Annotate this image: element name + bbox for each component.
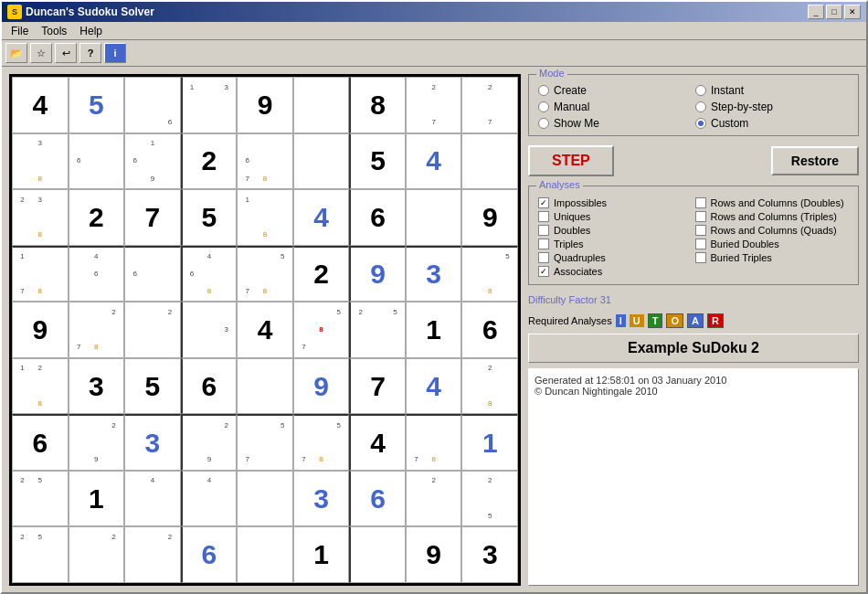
sudoku-cell[interactable]: 46 <box>69 246 125 302</box>
mode-instant[interactable]: Instant <box>695 84 849 97</box>
sudoku-cell[interactable]: 3 <box>124 414 181 471</box>
sudoku-cell[interactable]: 78 <box>406 414 462 471</box>
sudoku-cell[interactable]: 4 <box>406 358 462 415</box>
sudoku-cell[interactable]: 25 <box>349 302 406 358</box>
sudoku-cell[interactable] <box>237 526 293 583</box>
sudoku-cell[interactable]: 6 <box>69 133 125 190</box>
sudoku-cell[interactable]: 7 <box>124 189 181 246</box>
sudoku-cell[interactable]: 1 <box>406 302 462 358</box>
sudoku-cell[interactable]: 9 <box>406 526 462 583</box>
sudoku-grid[interactable]: 4561398272738616926785423827518469178466… <box>9 74 521 586</box>
analysis-rows-cols-quads[interactable]: Rows and Columns (Quads) <box>695 225 850 236</box>
radio-manual[interactable] <box>538 101 549 112</box>
toolbar-info-btn[interactable]: i <box>104 43 126 63</box>
checkbox-rows-cols-doubles[interactable] <box>695 197 706 208</box>
radio-custom[interactable] <box>695 118 706 129</box>
sudoku-cell[interactable]: 2 <box>69 189 125 246</box>
sudoku-cell[interactable]: 6 <box>124 246 181 302</box>
restore-button[interactable]: Restore <box>771 146 859 175</box>
sudoku-cell[interactable] <box>293 133 350 190</box>
sudoku-cell[interactable]: 128 <box>12 358 69 415</box>
toolbar-open-btn[interactable]: 📂 <box>5 43 27 63</box>
sudoku-cell[interactable]: 278 <box>69 302 125 358</box>
sudoku-cell[interactable]: 169 <box>124 133 181 190</box>
sudoku-cell[interactable]: 6 <box>349 189 406 246</box>
checkbox-buried-triples[interactable] <box>695 252 706 263</box>
sudoku-cell[interactable]: 6 <box>461 302 518 358</box>
mode-manual[interactable]: Manual <box>538 101 692 113</box>
checkbox-uniques[interactable] <box>538 211 549 222</box>
radio-create[interactable] <box>538 85 549 96</box>
menu-tools[interactable]: Tools <box>36 24 72 38</box>
sudoku-cell[interactable]: 4 <box>237 302 293 358</box>
sudoku-cell[interactable]: 25 <box>461 471 518 527</box>
menu-help[interactable]: Help <box>74 24 108 38</box>
sudoku-cell[interactable]: 2 <box>69 526 125 583</box>
radio-stepbystep[interactable] <box>695 101 706 112</box>
sudoku-cell[interactable]: 2 <box>124 526 181 583</box>
close-btn[interactable]: ✕ <box>844 5 861 19</box>
analysis-buried-triples[interactable]: Buried Triples <box>695 252 850 263</box>
sudoku-cell[interactable]: 25 <box>12 471 69 527</box>
sudoku-cell[interactable]: 3 <box>293 471 350 527</box>
step-button[interactable]: STEP <box>528 145 614 176</box>
sudoku-cell[interactable]: 3 <box>461 526 518 583</box>
analysis-rows-cols-triples[interactable]: Rows and Columns (Triples) <box>695 211 850 222</box>
sudoku-cell[interactable]: 9 <box>12 302 69 358</box>
minimize-btn[interactable]: _ <box>808 5 824 19</box>
sudoku-cell[interactable]: 578 <box>293 414 350 471</box>
checkbox-quadruples[interactable] <box>538 252 549 263</box>
sudoku-cell[interactable] <box>237 358 293 415</box>
sudoku-cell[interactable] <box>461 133 518 190</box>
analysis-buried-doubles[interactable]: Buried Doubles <box>695 239 850 249</box>
sudoku-cell[interactable] <box>349 526 406 583</box>
mode-stepbystep[interactable]: Step-by-step <box>695 101 849 113</box>
sudoku-cell[interactable]: 3 <box>181 302 238 358</box>
analysis-quadruples[interactable]: Quadruples <box>538 252 693 263</box>
mode-showme[interactable]: Show Me <box>538 117 692 130</box>
toolbar-help-btn[interactable]: ? <box>79 43 101 63</box>
checkbox-impossibles[interactable] <box>538 197 549 208</box>
menu-file[interactable]: File <box>5 24 34 38</box>
sudoku-cell[interactable]: 3 <box>69 358 125 415</box>
sudoku-cell[interactable]: 28 <box>461 358 518 415</box>
sudoku-cell[interactable]: 2 <box>124 302 181 358</box>
sudoku-cell[interactable]: 678 <box>237 133 293 190</box>
sudoku-cell[interactable]: 25 <box>12 526 69 583</box>
checkbox-buried-doubles[interactable] <box>695 239 706 249</box>
checkbox-doubles[interactable] <box>538 225 549 236</box>
sudoku-cell[interactable]: 1 <box>293 526 350 583</box>
sudoku-cell[interactable]: 9 <box>237 77 293 133</box>
analysis-impossibles[interactable]: Impossibles <box>538 197 693 208</box>
sudoku-cell[interactable]: 6 <box>181 526 238 583</box>
sudoku-cell[interactable]: 5 <box>124 358 181 415</box>
sudoku-cell[interactable] <box>406 189 462 246</box>
analysis-doubles[interactable]: Doubles <box>538 225 693 236</box>
sudoku-cell[interactable] <box>237 471 293 527</box>
sudoku-cell[interactable]: 4 <box>406 133 462 190</box>
sudoku-cell[interactable]: 5 <box>69 77 125 133</box>
sudoku-cell[interactable]: 9 <box>293 358 350 415</box>
sudoku-cell[interactable]: 38 <box>12 133 69 190</box>
sudoku-cell[interactable]: 587 <box>293 302 350 358</box>
sudoku-cell[interactable] <box>293 77 350 133</box>
radio-showme[interactable] <box>538 118 549 129</box>
checkbox-rows-cols-quads[interactable] <box>695 225 706 236</box>
sudoku-cell[interactable]: 6 <box>181 358 238 415</box>
sudoku-cell[interactable]: 1 <box>69 471 125 527</box>
radio-instant[interactable] <box>695 85 706 96</box>
sudoku-cell[interactable]: 4 <box>124 471 181 527</box>
sudoku-cell[interactable]: 7 <box>349 358 406 415</box>
toolbar-star-btn[interactable]: ☆ <box>30 43 52 63</box>
analysis-associates[interactable]: Associates <box>538 266 693 277</box>
sudoku-cell[interactable]: 5 <box>181 189 238 246</box>
sudoku-cell[interactable]: 9 <box>349 246 406 302</box>
sudoku-cell[interactable]: 27 <box>406 77 462 133</box>
sudoku-cell[interactable]: 57 <box>237 414 293 471</box>
analysis-rows-cols-doubles[interactable]: Rows and Columns (Doubles) <box>695 197 850 208</box>
sudoku-cell[interactable]: 238 <box>12 189 69 246</box>
sudoku-cell[interactable]: 2 <box>181 133 238 190</box>
sudoku-cell[interactable]: 2 <box>293 246 350 302</box>
sudoku-cell[interactable]: 29 <box>69 414 125 471</box>
sudoku-cell[interactable]: 6 <box>124 77 181 133</box>
